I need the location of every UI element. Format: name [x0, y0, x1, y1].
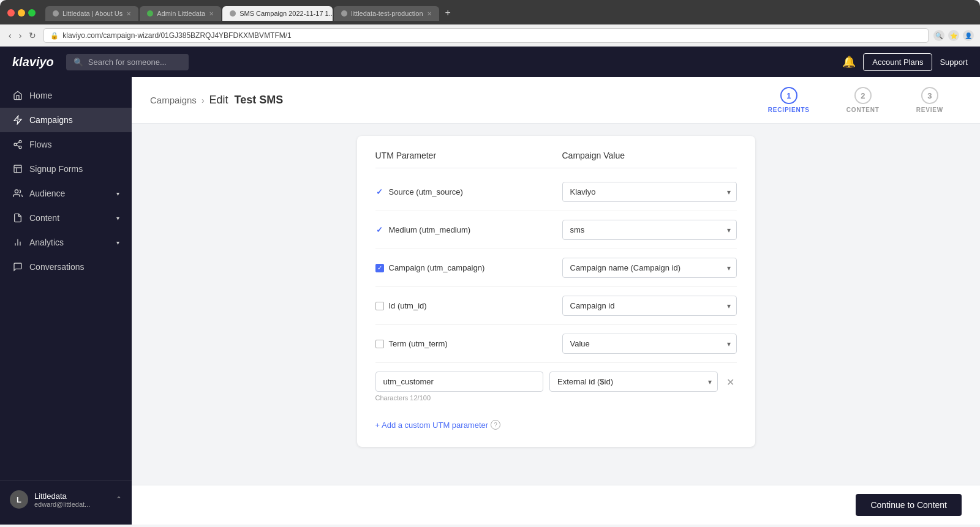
- browser-tab-4[interactable]: littledata-test-production ✕: [334, 6, 439, 21]
- step-3[interactable]: 3 REVIEW: [898, 77, 962, 123]
- utm-row-term: Term (utm_term) Value: [375, 325, 737, 363]
- term-checkbox[interactable]: [375, 340, 384, 348]
- source-select-wrapper: Klaviyo: [562, 182, 737, 202]
- breadcrumb-prefix: Edit: [209, 94, 228, 106]
- user-info[interactable]: L Littledata edward@littledat... ⌃: [10, 490, 122, 509]
- step-3-label: REVIEW: [916, 107, 943, 113]
- sidebar-item-label-flows: Flows: [29, 140, 52, 149]
- sidebar-item-analytics[interactable]: Analytics ▾: [0, 230, 132, 255]
- campaign-select[interactable]: Campaign name (Campaign id): [562, 258, 737, 278]
- sidebar-bottom: L Littledata edward@littledat... ⌃: [0, 480, 132, 518]
- sidebar-item-campaigns[interactable]: Campaigns: [0, 108, 132, 132]
- source-select[interactable]: Klaviyo: [562, 182, 737, 202]
- content-chevron: ▾: [116, 215, 119, 222]
- breadcrumb: Campaigns › Edit Test SMS: [150, 83, 750, 118]
- ext-icon-1[interactable]: 🔍: [933, 30, 944, 41]
- step-1-circle: 1: [780, 87, 797, 104]
- breadcrumb-bold: Test SMS: [235, 94, 284, 106]
- top-bar: Campaigns › Edit Test SMS 1 RECIPIENTS 2…: [132, 77, 980, 124]
- tab-label-2: Admin Littledata: [157, 10, 205, 17]
- step-2[interactable]: 2 CONTENT: [828, 77, 898, 123]
- audience-icon: [12, 188, 23, 199]
- svg-line-4: [17, 145, 20, 147]
- id-select-wrapper: Campaign id: [562, 296, 737, 316]
- step-2-label: CONTENT: [846, 107, 880, 113]
- sidebar-item-flows[interactable]: Flows: [0, 132, 132, 157]
- tab-label-1: Littledata | About Us: [62, 10, 123, 17]
- svg-line-5: [17, 142, 20, 144]
- campaign-checkbox[interactable]: ✓: [375, 264, 384, 272]
- steps: 1 RECIPIENTS 2 CONTENT 3 REVIEW: [750, 77, 962, 123]
- analytics-icon: [12, 237, 23, 248]
- continue-button[interactable]: Continue to Content: [856, 494, 962, 516]
- sidebar-item-signup-forms[interactable]: Signup Forms: [0, 157, 132, 181]
- breadcrumb-parent[interactable]: Campaigns: [150, 95, 197, 105]
- svg-rect-6: [14, 165, 21, 173]
- user-name: Littledata: [34, 491, 110, 501]
- support-button[interactable]: Support: [940, 58, 968, 67]
- step-2-circle: 2: [854, 87, 872, 104]
- utm-custom-row: Characters 12/100 External id ($id) ✕: [375, 363, 737, 410]
- sidebar-item-conversations[interactable]: Conversations: [0, 255, 132, 279]
- forward-button[interactable]: ›: [17, 29, 24, 42]
- custom-param-input[interactable]: [375, 372, 544, 392]
- add-custom-link[interactable]: + Add a custom UTM parameter ?: [375, 420, 501, 430]
- tab-favicon-4: [341, 10, 347, 17]
- step-1[interactable]: 1 RECIPIENTS: [750, 77, 828, 123]
- svg-point-9: [15, 190, 18, 193]
- svg-marker-0: [14, 116, 21, 124]
- tab-close-1[interactable]: ✕: [126, 10, 131, 17]
- utm-row-medium: ✓ Medium (utm_medium) sms: [375, 211, 737, 249]
- sidebar-item-content[interactable]: Content ▾: [0, 206, 132, 230]
- utm-param-header: UTM Parameter: [375, 151, 550, 160]
- utm-label-campaign: ✓ Campaign (utm_campaign): [375, 263, 550, 272]
- app-header: klaviyo 🔍 🔔 Account Plans Support: [0, 47, 980, 77]
- new-tab-button[interactable]: +: [440, 5, 456, 21]
- browser-tab-3[interactable]: SMS Campaign 2022-11-17 1... ✕: [222, 6, 333, 21]
- utm-label-source: ✓ Source (utm_source): [375, 187, 550, 196]
- step-3-circle: 3: [921, 87, 938, 104]
- custom-value-select[interactable]: External id ($id): [549, 372, 718, 392]
- traffic-light-yellow[interactable]: [18, 9, 25, 17]
- add-custom-section: + Add a custom UTM parameter ?: [375, 410, 737, 432]
- id-select[interactable]: Campaign id: [562, 296, 737, 316]
- traffic-light-red[interactable]: [7, 9, 15, 17]
- back-button[interactable]: ‹: [6, 29, 14, 42]
- sidebar: Home Campaigns Flows: [0, 77, 132, 525]
- ext-icon-2[interactable]: ⭐: [948, 30, 959, 41]
- sidebar-item-label-conversations: Conversations: [29, 262, 85, 272]
- app-logo: klaviyo: [12, 55, 54, 69]
- sidebar-item-label-analytics: Analytics: [29, 237, 64, 247]
- sidebar-item-audience[interactable]: Audience ▾: [0, 181, 132, 206]
- traffic-light-green[interactable]: [28, 9, 36, 17]
- search-input[interactable]: [88, 58, 181, 67]
- term-select[interactable]: Value: [562, 334, 737, 354]
- flows-icon: [12, 139, 23, 150]
- search-bar[interactable]: 🔍: [66, 54, 189, 70]
- campaign-select-wrapper: Campaign name (Campaign id): [562, 258, 737, 278]
- address-bar[interactable]: 🔒 klaviyo.com/campaign-wizard/01GJ385BZR…: [43, 28, 929, 43]
- home-icon: [12, 90, 23, 101]
- account-plans-button[interactable]: Account Plans: [863, 53, 932, 71]
- source-checkmark: ✓: [375, 188, 384, 196]
- content-icon: [12, 212, 23, 223]
- main-content: Campaigns › Edit Test SMS 1 RECIPIENTS 2…: [132, 77, 980, 525]
- refresh-button[interactable]: ↻: [26, 29, 39, 42]
- notification-button[interactable]: 🔔: [842, 55, 856, 69]
- tab-favicon-3: [230, 10, 236, 17]
- browser-tab-2[interactable]: Admin Littledata ✕: [140, 6, 221, 21]
- tab-close-4[interactable]: ✕: [427, 10, 432, 17]
- browser-tab-1[interactable]: Littledata | About Us ✕: [45, 6, 138, 21]
- utm-row-source: ✓ Source (utm_source) Klaviyo: [375, 173, 737, 211]
- profile-icon[interactable]: 👤: [963, 30, 974, 41]
- tab-close-2[interactable]: ✕: [209, 10, 214, 17]
- sidebar-item-home[interactable]: Home: [0, 83, 132, 108]
- utm-row-id: Id (utm_id) Campaign id: [375, 287, 737, 325]
- id-checkbox[interactable]: [375, 302, 384, 310]
- remove-custom-button[interactable]: ✕: [724, 372, 737, 393]
- medium-select[interactable]: sms: [562, 220, 737, 240]
- breadcrumb-separator: ›: [202, 95, 205, 105]
- help-icon[interactable]: ?: [491, 420, 500, 430]
- scroll-area[interactable]: UTM Parameter Campaign Value ✓ Source (u…: [132, 124, 980, 485]
- utm-label-medium: ✓ Medium (utm_medium): [375, 225, 550, 234]
